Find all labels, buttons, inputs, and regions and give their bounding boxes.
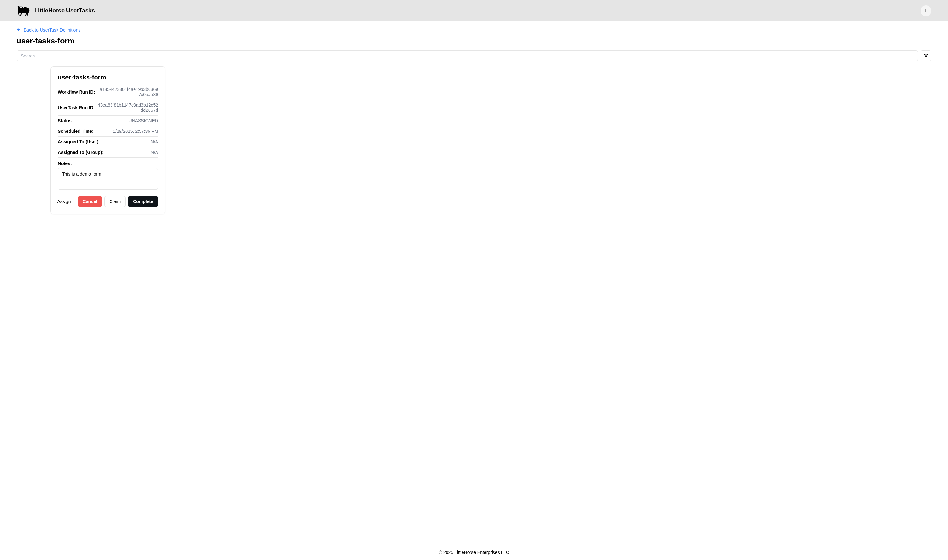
assign-button[interactable]: Assign [53,196,75,207]
page-title: user-tasks-form [17,36,931,45]
footer: © 2025 LittleHorse Enterprises LLC [0,545,948,560]
search-row [17,51,931,61]
detail-row-assigned-user: Assigned To (User): N/A [58,137,158,147]
horse-logo-icon [17,4,32,18]
detail-value: 43ea83f81b1147c3ad3b12c52dd2657d [97,103,158,113]
detail-label: Status: [58,118,73,123]
notes-label: Notes: [58,161,158,166]
arrow-left-icon [17,27,21,32]
detail-row-usertask-run-id: UserTask Run ID: 43ea83f81b1147c3ad3b12c… [58,100,158,115]
detail-value: N/A [151,139,158,144]
detail-row-assigned-group: Assigned To (Group): N/A [58,147,158,158]
detail-value: 1/29/2025, 2:57:36 PM [113,129,158,134]
detail-row-status: Status: UNASSIGNED [58,115,158,126]
notes-section: Notes: This is a demo form [58,158,158,190]
back-link[interactable]: Back to UserTask Definitions [17,27,80,32]
cancel-button[interactable]: Cancel [78,196,102,207]
detail-row-scheduled-time: Scheduled Time: 1/29/2025, 2:57:36 PM [58,126,158,137]
back-link-label: Back to UserTask Definitions [24,28,80,32]
app-title: LittleHorse UserTasks [34,7,95,14]
filter-icon [924,53,928,59]
detail-label: Scheduled Time: [58,129,94,134]
detail-label: Workflow Run ID: [58,89,95,94]
notes-box: This is a demo form [58,168,158,190]
filter-button[interactable] [920,51,931,61]
app-header: LittleHorse UserTasks L [0,0,948,22]
detail-label: UserTask Run ID: [58,105,95,110]
header-left: LittleHorse UserTasks [17,4,95,18]
button-row: Assign Cancel Claim Complete [58,196,158,207]
footer-text: © 2025 LittleHorse Enterprises LLC [439,550,509,555]
detail-label: Assigned To (User): [58,139,100,144]
complete-button[interactable]: Complete [128,196,158,207]
card-area: user-tasks-form Workflow Run ID: a185442… [17,66,931,214]
task-card: user-tasks-form Workflow Run ID: a185442… [51,66,165,214]
detail-label: Assigned To (Group): [58,150,103,155]
detail-value: a1854423301f4ae19b3b63697c0aaa89 [97,87,158,97]
detail-row-workflow-run-id: Workflow Run ID: a1854423301f4ae19b3b636… [58,87,158,100]
card-title: user-tasks-form [58,74,158,81]
claim-button[interactable]: Claim [105,196,125,207]
user-avatar[interactable]: L [920,5,931,16]
main-content: Back to UserTask Definitions user-tasks-… [0,22,948,545]
search-input[interactable] [17,51,918,61]
detail-value: N/A [151,150,158,155]
status-badge: UNASSIGNED [128,118,158,123]
